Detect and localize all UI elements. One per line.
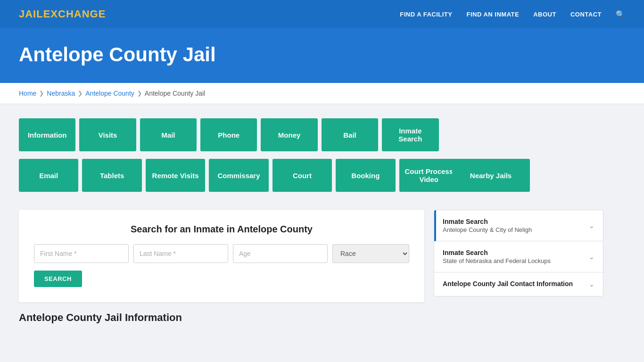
main-content: Information Visits Mail Phone Money Bail… bbox=[0, 104, 644, 338]
btn-inmate-search[interactable]: Inmate Search bbox=[382, 118, 438, 151]
btn-tablets[interactable]: Tablets bbox=[82, 159, 141, 192]
card-title-3: Antelope County Jail Contact Information bbox=[443, 280, 573, 288]
breadcrumb-nebraska[interactable]: Nebraska bbox=[47, 90, 75, 97]
last-name-input[interactable] bbox=[133, 244, 228, 263]
section-title-info: Antelope County Jail Information bbox=[19, 312, 625, 324]
btn-commissary[interactable]: Commissary bbox=[209, 159, 268, 192]
breadcrumb-sep-2: ❯ bbox=[78, 90, 83, 97]
btn-money[interactable]: Money bbox=[261, 118, 317, 151]
breadcrumb-antelope-county[interactable]: Antelope County bbox=[85, 90, 134, 97]
breadcrumb-sep-1: ❯ bbox=[39, 90, 44, 97]
btn-court[interactable]: Court bbox=[272, 159, 332, 192]
logo[interactable]: JAILEXCHANGE bbox=[19, 8, 106, 20]
chevron-icon-3: ⌄ bbox=[589, 280, 594, 288]
logo-exchange: EXCHANGE bbox=[43, 8, 106, 20]
nav-about[interactable]: ABOUT bbox=[533, 11, 556, 18]
btn-email[interactable]: Email bbox=[19, 159, 78, 192]
hero-banner: Antelope County Jail bbox=[0, 28, 644, 83]
nav-find-inmate[interactable]: FIND AN INMATE bbox=[466, 11, 519, 18]
btn-court-process-video[interactable]: Court Process Video bbox=[399, 159, 459, 192]
chevron-icon-2: ⌄ bbox=[589, 253, 594, 261]
search-icon-button[interactable]: 🔍 bbox=[616, 10, 625, 19]
lower-section: Search for an Inmate in Antelope County … bbox=[19, 210, 625, 302]
sidebar-cards: Inmate Search Antelope County & City of … bbox=[434, 210, 603, 296]
btn-visits[interactable]: Visits bbox=[79, 118, 136, 151]
btn-nearby-jails[interactable]: Nearby Jails bbox=[452, 159, 530, 192]
sidebar-card-text-3: Antelope County Jail Contact Information bbox=[443, 280, 573, 288]
breadcrumb-home[interactable]: Home bbox=[19, 90, 36, 97]
breadcrumb: Home ❯ Nebraska ❯ Antelope County ❯ Ante… bbox=[19, 90, 625, 97]
page-title: Antelope County Jail bbox=[19, 43, 625, 66]
card-title-2: Inmate Search bbox=[443, 249, 551, 256]
first-name-input[interactable] bbox=[34, 244, 129, 263]
logo-jail: JAIL bbox=[19, 8, 43, 20]
race-select[interactable]: Race bbox=[332, 244, 409, 263]
btn-bail[interactable]: Bail bbox=[322, 118, 378, 151]
sidebar-card-text-1: Inmate Search Antelope County & City of … bbox=[443, 218, 532, 233]
card-sub-2: State of Nebraska and Federal Lockups bbox=[443, 257, 551, 264]
search-button[interactable]: SEARCH bbox=[34, 271, 82, 287]
chevron-icon-1: ⌄ bbox=[589, 222, 594, 230]
grid-row-3: Nearby Jails bbox=[462, 159, 519, 192]
grid-row-2: Email Tablets Remote Visits Commissary C… bbox=[19, 159, 459, 192]
btn-phone[interactable]: Phone bbox=[200, 118, 257, 151]
age-input[interactable] bbox=[233, 244, 328, 263]
sidebar-card-contact-info[interactable]: Antelope County Jail Contact Information… bbox=[434, 272, 603, 296]
header: JAILEXCHANGE FIND A FACILITY FIND AN INM… bbox=[0, 0, 644, 28]
btn-remote-visits[interactable]: Remote Visits bbox=[146, 159, 205, 192]
card-sub-1: Antelope County & City of Neligh bbox=[443, 226, 532, 233]
main-nav: FIND A FACILITY FIND AN INMATE ABOUT CON… bbox=[400, 10, 625, 19]
inmate-search-box: Search for an Inmate in Antelope County … bbox=[19, 210, 424, 302]
sidebar-card-text-2: Inmate Search State of Nebraska and Fede… bbox=[443, 249, 551, 264]
nav-find-facility[interactable]: FIND A FACILITY bbox=[400, 11, 452, 18]
btn-mail[interactable]: Mail bbox=[140, 118, 197, 151]
btn-booking[interactable]: Booking bbox=[336, 159, 395, 192]
navigation-button-grid: Information Visits Mail Phone Money Bail… bbox=[19, 118, 537, 196]
breadcrumb-sep-3: ❯ bbox=[137, 90, 142, 97]
btn-information[interactable]: Information bbox=[19, 118, 75, 151]
breadcrumb-bar: Home ❯ Nebraska ❯ Antelope County ❯ Ante… bbox=[0, 83, 644, 104]
nav-contact[interactable]: CONTACT bbox=[570, 11, 602, 18]
card-title-1: Inmate Search bbox=[443, 218, 532, 225]
search-fields: Race bbox=[34, 244, 409, 263]
search-title: Search for an Inmate in Antelope County bbox=[34, 224, 409, 235]
breadcrumb-current: Antelope County Jail bbox=[145, 90, 205, 97]
grid-row-1: Information Visits Mail Phone Money Bail… bbox=[19, 118, 439, 151]
sidebar-card-inmate-search-state[interactable]: Inmate Search State of Nebraska and Fede… bbox=[434, 241, 603, 272]
sidebar-card-inmate-search-county[interactable]: Inmate Search Antelope County & City of … bbox=[434, 210, 603, 241]
